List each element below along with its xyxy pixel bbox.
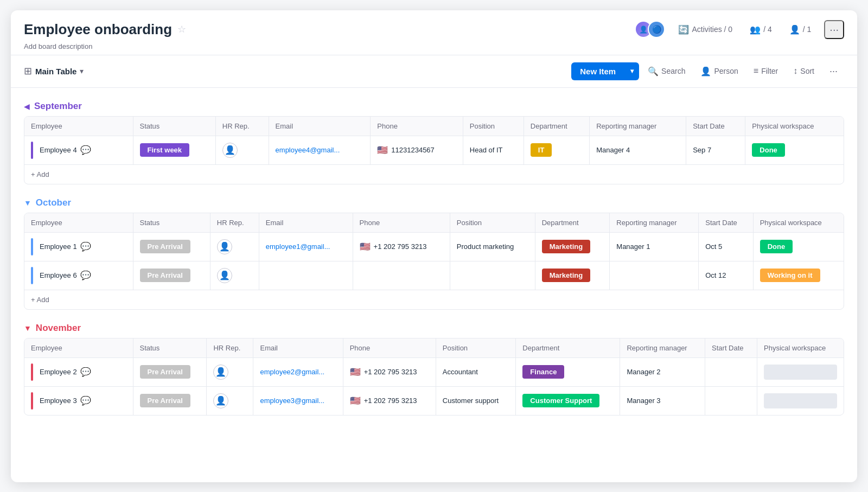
start-date-cell bbox=[705, 357, 757, 386]
october-table-wrapper: Employee Status HR Rep. Email Phone Posi… bbox=[24, 213, 844, 310]
hr-rep-icon: 👤 bbox=[213, 365, 228, 380]
person-icon: 👤 bbox=[700, 66, 711, 76]
app-container: Employee onboarding ☆ 👤 🔵 🔄 Activities /… bbox=[11, 10, 857, 482]
workspace-badge: Done bbox=[752, 143, 785, 157]
hr-rep-cell[interactable]: 👤 bbox=[210, 261, 259, 290]
workspace-badge: Working on it bbox=[760, 269, 820, 282]
employee-name-cell: Employee 3 💬 bbox=[24, 386, 133, 415]
october-collapse-icon[interactable]: ▼ bbox=[24, 199, 31, 207]
dept-badge: IT bbox=[531, 143, 552, 157]
phone-number: 11231234567 bbox=[391, 146, 435, 154]
col-email: Email bbox=[253, 338, 343, 358]
toolbar-right: New Item ▾ 🔍 Search 👤 Person ≡ Filter ↕ … bbox=[571, 62, 844, 81]
status-cell[interactable]: Pre Arrival bbox=[133, 357, 207, 386]
status-cell[interactable]: First week bbox=[133, 136, 215, 164]
table-dropdown-icon[interactable]: ▾ bbox=[80, 67, 84, 75]
col-workspace: Physical workspace bbox=[745, 117, 844, 136]
phone-cell: 🇺🇸+1 202 795 3213 bbox=[353, 232, 450, 261]
comment-icon[interactable]: 💬 bbox=[80, 395, 91, 406]
col-name: Employee bbox=[24, 213, 133, 233]
email-cell[interactable]: employee2@gmail... bbox=[253, 357, 343, 386]
table-row: Employee 3 💬 Pre Arrival 👤 employee3@gma… bbox=[24, 386, 844, 415]
workspace-cell[interactable]: Done bbox=[753, 232, 844, 261]
department-cell[interactable]: Finance bbox=[516, 357, 620, 386]
filter-label: Filter bbox=[761, 67, 778, 75]
phone-cell bbox=[353, 261, 450, 290]
november-table: Employee Status HR Rep. Email Phone Posi… bbox=[24, 338, 844, 415]
october-title[interactable]: October bbox=[36, 197, 71, 208]
workspace-cell[interactable]: Done bbox=[745, 136, 844, 164]
september-title[interactable]: September bbox=[34, 101, 82, 112]
email-link[interactable]: employee3@gmail... bbox=[260, 397, 324, 405]
position-cell: Customer support bbox=[436, 386, 515, 415]
phone-cell: 🇺🇸+1 202 795 3213 bbox=[343, 357, 436, 386]
avatar-2[interactable]: 🔵 bbox=[648, 21, 665, 38]
comment-icon[interactable]: 💬 bbox=[80, 367, 91, 377]
comment-icon[interactable]: 💬 bbox=[80, 145, 91, 155]
comment-icon[interactable]: 💬 bbox=[80, 270, 91, 280]
workspace-cell[interactable]: Working on it bbox=[753, 261, 844, 290]
star-icon[interactable]: ☆ bbox=[177, 23, 186, 35]
col-email: Email bbox=[259, 213, 353, 233]
guests-count: / 4 bbox=[763, 25, 772, 34]
email-link[interactable]: employee4@gmail... bbox=[276, 146, 340, 154]
manager-cell bbox=[610, 261, 699, 290]
september-table: Employee Status HR Rep. Email Phone Posi… bbox=[24, 117, 844, 184]
email-cell[interactable]: employee1@gmail... bbox=[259, 232, 353, 261]
november-collapse-icon[interactable]: ▼ bbox=[24, 324, 31, 333]
table-row: Employee 4 💬 First week 👤 employee4@gmai… bbox=[24, 136, 844, 164]
activity-stat[interactable]: 🔄 Activities / 0 bbox=[674, 22, 737, 37]
email-link[interactable]: employee1@gmail... bbox=[266, 242, 330, 251]
person-button[interactable]: 👤 Person bbox=[694, 62, 744, 80]
members-stat[interactable]: 👤 / 1 bbox=[785, 22, 816, 37]
status-badge: Pre Arrival bbox=[140, 365, 190, 379]
avatar-stack: 👤 🔵 bbox=[635, 21, 665, 38]
workspace-cell[interactable] bbox=[757, 357, 844, 386]
dept-badge: Customer Support bbox=[522, 394, 599, 407]
filter-button[interactable]: ≡ Filter bbox=[747, 62, 784, 80]
hr-rep-icon: 👤 bbox=[222, 143, 238, 158]
more-options-button[interactable]: ··· bbox=[823, 62, 844, 81]
flag-icon: 🇺🇸 bbox=[360, 241, 371, 252]
hr-rep-cell[interactable]: 👤 bbox=[215, 136, 269, 164]
email-link[interactable]: employee2@gmail... bbox=[260, 368, 324, 376]
add-row-october[interactable]: + Add bbox=[24, 290, 844, 309]
employee-name: Employee 6 bbox=[40, 271, 77, 279]
search-button[interactable]: 🔍 Search bbox=[641, 62, 692, 80]
col-department: Department bbox=[524, 117, 589, 136]
email-cell[interactable]: employee3@gmail... bbox=[253, 386, 343, 415]
workspace-empty bbox=[764, 365, 837, 380]
new-item-button[interactable]: New Item ▾ bbox=[571, 62, 639, 80]
email-cell[interactable] bbox=[259, 261, 353, 290]
phone-number: +1 202 795 3213 bbox=[364, 368, 417, 376]
department-cell[interactable]: Marketing bbox=[535, 232, 610, 261]
workspace-cell[interactable] bbox=[757, 386, 844, 415]
september-collapse-icon[interactable]: ◀ bbox=[24, 102, 30, 111]
col-position: Position bbox=[450, 213, 535, 233]
sort-button[interactable]: ↕ Sort bbox=[787, 62, 821, 80]
status-cell[interactable]: Pre Arrival bbox=[133, 261, 210, 290]
row-indicator bbox=[31, 267, 33, 284]
guests-stat[interactable]: 👥 / 4 bbox=[745, 22, 776, 37]
department-cell[interactable]: IT bbox=[524, 136, 589, 164]
manager-cell: Manager 3 bbox=[620, 386, 705, 415]
department-cell[interactable]: Customer Support bbox=[516, 386, 620, 415]
status-cell[interactable]: Pre Arrival bbox=[133, 386, 207, 415]
comment-icon[interactable]: 💬 bbox=[80, 241, 91, 252]
status-cell[interactable]: Pre Arrival bbox=[133, 232, 210, 261]
september-table-wrapper: Employee Status HR Rep. Email Phone Posi… bbox=[24, 116, 844, 184]
email-cell[interactable]: employee4@gmail... bbox=[269, 136, 371, 164]
add-row-label[interactable]: + Add bbox=[24, 164, 844, 184]
hr-rep-cell[interactable]: 👤 bbox=[207, 357, 253, 386]
add-row-label[interactable]: + Add bbox=[24, 290, 844, 309]
hr-rep-cell[interactable]: 👤 bbox=[207, 386, 253, 415]
col-name: Employee bbox=[24, 117, 133, 136]
add-row-september[interactable]: + Add bbox=[24, 164, 844, 184]
table-icon: ⊞ bbox=[24, 65, 32, 77]
activity-count: Activities / 0 bbox=[692, 25, 732, 34]
header-more-button[interactable]: ··· bbox=[824, 20, 844, 39]
col-status: Status bbox=[133, 213, 210, 233]
hr-rep-cell[interactable]: 👤 bbox=[210, 232, 259, 261]
department-cell[interactable]: Marketing bbox=[535, 261, 610, 290]
november-title[interactable]: November bbox=[36, 323, 81, 334]
